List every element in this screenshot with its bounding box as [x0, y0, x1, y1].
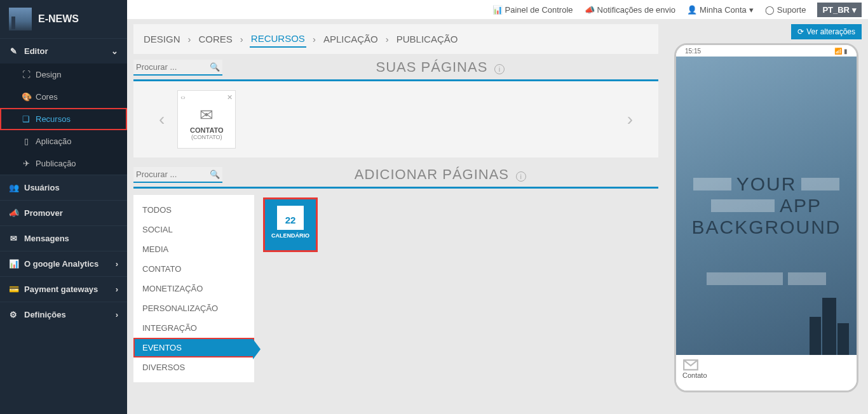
page-card-subtitle: (CONTATO): [180, 134, 233, 140]
cat-eventos[interactable]: EVENTOS: [133, 338, 254, 357]
sidebar-definicoes-label: Definições: [24, 310, 66, 319]
lifebuoy-icon: ◯: [765, 5, 775, 15]
search-add-pages-input[interactable]: [136, 170, 210, 179]
sidebar-design[interactable]: ⛶ Design: [0, 63, 127, 86]
adicionar-label: ADICIONAR PÁGINAS: [355, 166, 509, 182]
divider: [133, 187, 658, 189]
search-pages[interactable]: 🔍: [133, 60, 222, 76]
sidebar-editor-label: Editor: [24, 46, 48, 56]
nav-notif-label: Notificações de envio: [597, 5, 676, 15]
cat-integracao[interactable]: INTEGRAÇÃO: [133, 318, 254, 338]
cat-todos[interactable]: TODOS: [133, 200, 254, 220]
send-icon: ✈: [22, 159, 31, 168]
phone-time: 15:15: [685, 48, 701, 55]
sidebar-editor[interactable]: ✎ Editor ⌄: [0, 38, 127, 63]
caret-down-icon: ▾: [852, 5, 857, 15]
search-pages-input[interactable]: [136, 62, 210, 72]
wizard-tabs: DESIGN › CORES › RECURSOS › APLICAÇÃO › …: [133, 24, 658, 54]
nav-painel[interactable]: 📊 Painel de Controle: [492, 5, 573, 15]
category-list: TODOS SOCIAL MEDIA CONTATO MONETIZAÇÃO P…: [133, 195, 254, 382]
feature-calendario-label: CALENDÁRIO: [268, 232, 313, 239]
page-card-contato[interactable]: ‹› ✕ ✉ CONTATO (CONTATO): [177, 90, 236, 149]
chart-icon: 📊: [9, 259, 18, 269]
nav-conta-label: Minha Conta: [700, 5, 747, 15]
view-changes-button[interactable]: ⟳ Ver alterações: [791, 24, 862, 39]
carousel-next[interactable]: ›: [621, 103, 639, 136]
cat-diversos[interactable]: DIVERSOS: [133, 357, 254, 377]
card-icon: 💳: [9, 284, 18, 294]
sidebar-analytics[interactable]: 📊 O google Analytics ›: [0, 251, 127, 276]
sidebar-aplicacao-label: Aplicação: [36, 137, 71, 146]
sidebar-mensagens-label: Mensagens: [24, 234, 69, 243]
phone-preview: 15:15 📶 ▮ YOUR APP BACKGROUND: [674, 43, 858, 392]
user-icon: 👤: [687, 5, 697, 15]
feature-calendario[interactable]: 22 CALENDÁRIO: [263, 197, 318, 252]
chevron-right-icon: ›: [116, 310, 118, 319]
tab-design[interactable]: DESIGN: [142, 31, 182, 47]
cat-media[interactable]: MEDIA: [133, 239, 254, 259]
chevron-right-icon: ›: [386, 34, 389, 44]
calendar-icon: 22: [277, 206, 304, 230]
sidebar-publicacao[interactable]: ✈ Publicação: [0, 152, 127, 175]
cube-icon: ❑: [22, 114, 31, 124]
section-title-adicionar: ADICIONAR PÁGINAS i: [222, 166, 658, 183]
tab-aplicacao[interactable]: APLICAÇÃO: [322, 31, 379, 47]
search-add-pages[interactable]: 🔍: [133, 167, 222, 183]
brand-logo: [9, 8, 32, 30]
sidebar-usuarios[interactable]: 👥 Usuários: [0, 175, 127, 200]
cat-monetizacao[interactable]: MONETIZAÇÃO: [133, 279, 254, 298]
brand: E-NEWS: [0, 0, 127, 38]
sidebar-promover[interactable]: 📣 Promover: [0, 200, 127, 225]
sidebar-design-label: Design: [36, 70, 61, 79]
nav-conta[interactable]: 👤 Minha Conta ▾: [687, 5, 754, 15]
sidebar-cores[interactable]: 🎨 Cores: [0, 86, 127, 108]
nav-suporte-label: Suporte: [777, 5, 806, 15]
cat-personalizacao[interactable]: PERSONALIZAÇÃO: [133, 298, 254, 318]
preview-text2: APP: [780, 195, 822, 217]
info-icon[interactable]: i: [516, 171, 526, 182]
info-icon[interactable]: i: [494, 64, 505, 74]
lang-selector[interactable]: PT_BR ▾: [817, 3, 862, 17]
nav-notif[interactable]: 📣 Notificações de envio: [585, 5, 676, 15]
tab-publicacao[interactable]: PUBLICAÇÃO: [395, 31, 459, 47]
search-icon: 🔍: [210, 170, 220, 179]
bullhorn-icon: 📣: [9, 208, 18, 218]
sidebar-aplicacao[interactable]: ▯ Aplicação: [0, 130, 127, 152]
sidebar-mensagens[interactable]: ✉ Mensagens: [0, 225, 127, 251]
nav-suporte[interactable]: ◯ Suporte: [765, 5, 806, 15]
chevron-down-icon: ⌄: [111, 46, 118, 56]
chevron-right-icon: ›: [313, 34, 316, 44]
envelope-icon: [682, 359, 699, 371]
sidebar-analytics-label: O google Analytics: [24, 259, 98, 269]
pencil-icon: ✎: [9, 46, 18, 56]
cat-social[interactable]: SOCIAL: [133, 220, 254, 239]
sidebar-usuarios-label: Usuários: [24, 183, 60, 192]
close-icon[interactable]: ✕: [227, 93, 233, 102]
sidebar-recursos-label: Recursos: [36, 114, 71, 124]
preview-text1: YOUR: [736, 173, 797, 195]
sidebar-publicacao-label: Publicação: [36, 159, 76, 168]
signal-icon: 📶 ▮: [834, 48, 848, 55]
sidebar-cores-label: Cores: [36, 92, 58, 102]
code-icon[interactable]: ‹›: [180, 93, 185, 102]
cat-contato[interactable]: CONTATO: [133, 259, 254, 279]
preview-text3: BACKGROUND: [691, 217, 841, 238]
sidebar-payment[interactable]: 💳 Payment gateways ›: [0, 276, 127, 302]
crop-icon: ⛶: [22, 70, 31, 79]
view-changes-label: Ver alterações: [806, 27, 855, 36]
suas-paginas-label: SUAS PÁGINAS: [376, 59, 488, 75]
phone-app-label: Contato: [682, 371, 850, 379]
users-icon: 👥: [9, 183, 18, 192]
chevron-right-icon: ›: [116, 259, 118, 269]
bullhorn-icon: 📣: [585, 5, 595, 15]
dashboard-icon: 📊: [492, 5, 503, 15]
carousel-prev[interactable]: ‹: [153, 103, 171, 136]
chevron-right-icon: ›: [240, 34, 243, 44]
caret-down-icon: ▾: [749, 5, 754, 15]
search-icon: 🔍: [210, 62, 220, 72]
tab-recursos[interactable]: RECURSOS: [250, 30, 306, 48]
sidebar-recursos[interactable]: ❑ Recursos: [0, 108, 127, 130]
sidebar-definicoes[interactable]: ⚙ Definições ›: [0, 302, 127, 327]
tab-cores[interactable]: CORES: [198, 31, 234, 47]
envelope-icon: ✉: [180, 105, 233, 125]
